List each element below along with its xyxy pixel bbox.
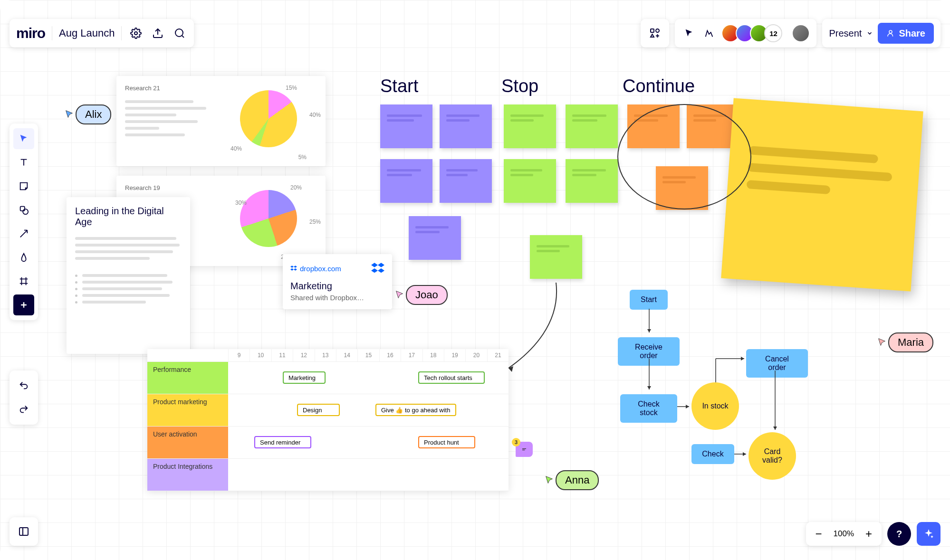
flow-node[interactable]: Start (630, 290, 668, 310)
comment-icon (520, 446, 528, 453)
frame-tool[interactable] (13, 271, 34, 292)
gantt-row-label: Product Integrations (147, 459, 228, 491)
sticky-note[interactable] (440, 159, 492, 203)
user-cursor-alix: Alix (64, 104, 111, 124)
comment-count: 3 (512, 438, 520, 446)
chevron-down-icon (866, 30, 873, 37)
flow-decision[interactable]: In stock (691, 382, 739, 430)
sticky-note[interactable] (656, 166, 708, 210)
gantt-col: 10 (249, 349, 271, 361)
sticky-note[interactable] (530, 235, 582, 279)
dropbox-domain: dropbox.com (300, 265, 341, 273)
sticky-note[interactable] (380, 159, 432, 203)
zoom-level[interactable]: 100% (830, 529, 858, 539)
share-button[interactable]: Share (878, 23, 934, 44)
heading-start[interactable]: Start (380, 76, 418, 96)
cursor-label: Joao (406, 285, 448, 305)
gantt-col: 21 (487, 349, 509, 361)
sticky-note[interactable] (380, 104, 432, 148)
gantt-chart[interactable]: 9 10 11 12 13 14 15 16 17 18 19 20 21 Pe… (147, 349, 509, 491)
gantt-task[interactable]: Tech rollout starts (418, 371, 485, 384)
present-label: Present (829, 28, 862, 39)
miro-logo[interactable]: miro (16, 25, 45, 41)
zoom-in-button[interactable]: + (860, 525, 878, 543)
panel-toggle-button[interactable] (10, 517, 38, 546)
sticky-note[interactable] (504, 104, 556, 148)
arrow-tool[interactable] (13, 223, 34, 244)
divider (121, 26, 122, 40)
flow-node[interactable]: Cancel order (746, 349, 808, 378)
sticky-note[interactable] (440, 104, 492, 148)
heading-continue[interactable]: Continue (623, 76, 695, 96)
dropbox-card[interactable]: dropbox.com Marketing Shared with Dropbo… (283, 254, 392, 309)
flow-decision[interactable]: Card valid? (748, 432, 796, 480)
text-tool[interactable] (13, 152, 34, 173)
apps-button[interactable] (641, 19, 669, 47)
settings-icon[interactable] (128, 26, 144, 41)
ai-button[interactable] (917, 522, 940, 546)
board-canvas[interactable]: miro Aug Launch 12 Present Share (0, 0, 950, 560)
top-left-toolbar: miro Aug Launch (10, 19, 194, 47)
cursor-mode-icon[interactable] (681, 26, 697, 41)
top-right-toolbar: 12 Present Share (641, 19, 940, 47)
flow-arrow (713, 347, 748, 385)
redo-button[interactable] (13, 399, 34, 420)
board-name[interactable]: Aug Launch (59, 27, 115, 39)
select-tool[interactable] (13, 128, 34, 149)
research-label: Research 19 (125, 184, 317, 191)
reactions-icon[interactable] (701, 26, 717, 41)
search-icon[interactable] (172, 26, 187, 41)
current-user-avatar[interactable] (792, 24, 810, 42)
add-tool[interactable] (13, 294, 34, 315)
svg-point-4 (889, 30, 892, 33)
gantt-col: 12 (293, 349, 314, 361)
gantt-col: 19 (444, 349, 465, 361)
collab-pill: 12 (675, 19, 816, 47)
dropbox-icon (371, 262, 384, 275)
cursor-icon (877, 337, 887, 348)
svg-rect-7 (19, 528, 28, 535)
avatar-stack[interactable]: 12 (721, 24, 782, 42)
sticky-note[interactable] (409, 216, 461, 260)
comment-bubble[interactable]: 3 (516, 442, 533, 457)
sticky-note-large[interactable] (721, 98, 923, 292)
present-button[interactable]: Present (829, 28, 873, 39)
dropbox-title: Marketing (290, 281, 384, 292)
user-cursor-joao: Joao (394, 285, 448, 305)
undo-button[interactable] (13, 375, 34, 396)
svg-rect-2 (651, 29, 654, 32)
export-icon[interactable] (150, 26, 165, 41)
research-card-1[interactable]: Research 21 15% 40% 5% 40% (116, 76, 326, 166)
help-button[interactable]: ? (887, 522, 911, 546)
gantt-task[interactable]: Product hunt (418, 436, 475, 448)
gantt-task[interactable]: Give 👍 to go ahead with (375, 404, 456, 416)
flow-node[interactable]: Receive order (618, 337, 680, 366)
sticky-tool[interactable] (13, 176, 34, 197)
drawn-arrow (504, 280, 580, 375)
document-card[interactable]: Leading in the Digital Age (67, 197, 190, 354)
shape-tool[interactable] (13, 199, 34, 220)
gantt-col: 13 (315, 349, 336, 361)
cursor-label: Alix (76, 104, 111, 124)
sticky-note[interactable] (627, 104, 680, 148)
flow-node[interactable]: Check stock (620, 394, 677, 423)
avatar-overflow[interactable]: 12 (764, 24, 782, 42)
flow-node[interactable]: Check (691, 444, 734, 464)
sticky-note[interactable] (566, 159, 618, 203)
gantt-task[interactable]: Send reminder (254, 436, 311, 448)
gantt-task[interactable]: Design (297, 404, 340, 416)
percent-label: 5% (298, 154, 307, 161)
pen-tool[interactable] (13, 247, 34, 268)
gantt-col: 17 (401, 349, 422, 361)
zoom-control: − 100% + (806, 522, 882, 546)
svg-point-3 (656, 29, 659, 32)
percent-label: 25% (309, 218, 321, 225)
gantt-row-label: Performance (147, 362, 228, 394)
dropbox-icon (290, 265, 297, 272)
heading-stop[interactable]: Stop (501, 76, 538, 96)
sticky-note[interactable] (504, 159, 556, 203)
gantt-task[interactable]: Marketing (283, 371, 326, 384)
percent-label: 20% (290, 184, 302, 191)
zoom-out-button[interactable]: − (810, 525, 828, 543)
sticky-note[interactable] (566, 104, 618, 148)
